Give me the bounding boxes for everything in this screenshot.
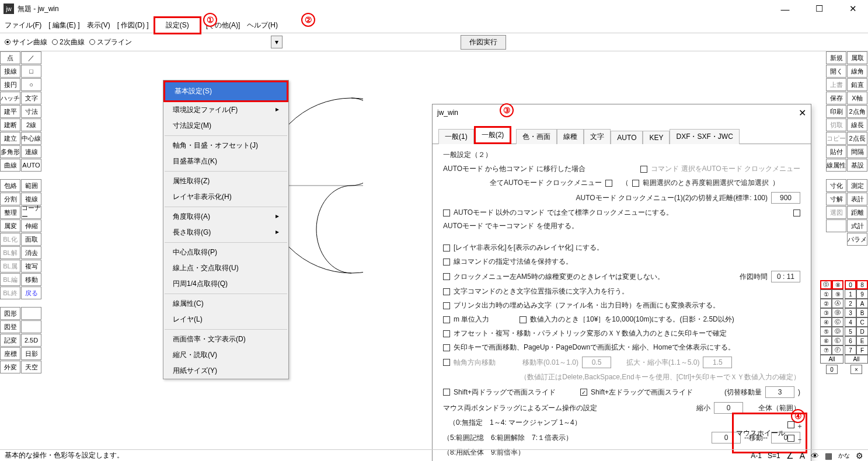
tool-ld-0[interactable] — [21, 307, 41, 320]
menu-draw[interactable]: [ 作図(D) ] — [115, 19, 151, 32]
gear-icon[interactable]: ⚙ — [856, 451, 863, 460]
menu-item-5[interactable]: 目盛基準点(K) — [163, 153, 288, 169]
tool-lc2-3[interactable]: 文字 — [21, 92, 41, 104]
tool-rc1-5[interactable]: 切取 — [826, 118, 846, 131]
tool-lc-1[interactable]: 図登 — [0, 320, 20, 333]
layer-gL2-0[interactable]: 0 — [845, 280, 856, 289]
input-shrink[interactable]: 0 — [714, 402, 743, 414]
tool-lc1-5[interactable]: 建断 — [0, 118, 20, 131]
layer-gL2-1[interactable]: 1 — [845, 289, 856, 299]
opt-quad[interactable]: 2次曲線 — [52, 37, 85, 47]
layer-gL-0[interactable]: ⓪ — [820, 280, 832, 289]
menu-item-13[interactable]: 中心点取得(P) — [163, 245, 288, 260]
tool-lc1-0[interactable]: 点 — [0, 51, 20, 64]
layer-gR-6[interactable]: Ⓔ — [832, 336, 843, 345]
tool-lc-3[interactable]: 座標 — [0, 347, 20, 360]
tool-la-7[interactable]: BL編 — [0, 273, 20, 286]
tool-rc2-2[interactable]: 鉛直 — [847, 78, 867, 91]
grid-icon[interactable]: ▦ — [825, 451, 832, 460]
tool-rc1-8[interactable]: 線属性 — [826, 159, 846, 172]
tool-lc-0[interactable]: 図形 — [0, 307, 20, 320]
layer-gL2-2[interactable]: 2 — [845, 299, 856, 308]
cb-layer-hide[interactable] — [443, 245, 450, 252]
layer-gR-7[interactable]: Ⓕ — [832, 345, 843, 355]
layer-gR2-3[interactable]: B — [856, 308, 868, 317]
tool-rb-0[interactable]: 測定 — [847, 179, 867, 192]
tab-general1[interactable]: 一般(1) — [438, 129, 474, 144]
tool-lc2-2[interactable]: ○ — [21, 78, 41, 91]
tab-line[interactable]: 線種 — [557, 129, 584, 144]
tool-lb-2[interactable]: コーナー — [21, 206, 41, 219]
tab-text[interactable]: 文字 — [584, 129, 611, 144]
tool-la-4[interactable]: BL化 — [0, 233, 20, 246]
tool-lb-3[interactable]: 伸縮 — [21, 219, 41, 232]
minimize-button[interactable]: — — [773, 4, 797, 14]
tab-auto[interactable]: AUTO — [611, 131, 643, 144]
layer-gL2-3[interactable]: 3 — [845, 308, 856, 317]
cb-all-auto[interactable] — [605, 180, 612, 187]
input-switch-move[interactable]: 3 — [765, 386, 794, 398]
menu-item-7[interactable]: 属性取得(Z) — [163, 173, 288, 189]
menu-item-15[interactable]: 円周1/4点取得(Q) — [163, 276, 288, 292]
tool-rc2-5[interactable]: 線長 — [847, 118, 867, 131]
tool-ra-3[interactable] — [826, 219, 846, 232]
all-right[interactable]: All — [845, 355, 868, 364]
layer-gL-4[interactable]: ④ — [820, 317, 832, 327]
menu-settings[interactable]: 設定(S) — [154, 16, 201, 34]
menu-item-18[interactable]: レイヤ(L) — [163, 312, 288, 327]
tool-lc2-5[interactable]: 2線 — [21, 118, 41, 131]
layer-gR-2[interactable]: Ⓐ — [832, 299, 843, 308]
tool-lc1-8[interactable]: 曲線 — [0, 159, 20, 172]
menu-item-8[interactable]: レイヤ非表示化(H) — [163, 189, 288, 205]
tool-la-0[interactable]: 包絡 — [0, 179, 20, 192]
tool-rc2-1[interactable]: 線角 — [847, 65, 867, 78]
tab-dxf[interactable]: DXF・SXF・JWC — [670, 129, 739, 144]
cb-offset-arrow[interactable] — [443, 330, 450, 337]
tool-lc2-4[interactable]: 寸法 — [21, 105, 41, 118]
layer-gR-1[interactable]: ⑨ — [832, 289, 843, 299]
tool-lb-4[interactable]: 面取 — [21, 233, 41, 246]
tool-rc1-1[interactable]: 開く — [826, 65, 846, 78]
tool-lb-6[interactable]: 複写 — [21, 260, 41, 273]
menu-edit[interactable]: [ 編集(E) ] — [46, 19, 82, 32]
tool-lc1-1[interactable]: 接線 — [0, 65, 20, 78]
tool-lc2-0[interactable]: ／ — [21, 51, 41, 64]
cb-range-reselect[interactable] — [632, 180, 639, 187]
tool-la-8[interactable]: BL終 — [0, 287, 20, 299]
menu-view[interactable]: 表示(V) — [85, 19, 113, 32]
layer-gR2-0[interactable]: 8 — [856, 280, 868, 289]
tool-ld-3[interactable]: 日影 — [21, 347, 41, 360]
tool-rc1-7[interactable]: 貼付 — [826, 145, 846, 158]
tab-general2[interactable]: 一般(2) — [474, 126, 512, 144]
layer-gL-6[interactable]: ⑥ — [820, 336, 832, 345]
tool-rb-4[interactable]: パラメ — [847, 233, 867, 246]
cb-printer-embed[interactable] — [443, 302, 450, 309]
cb-clock-am5[interactable] — [443, 273, 450, 280]
cb-arrow-pan[interactable] — [443, 344, 450, 351]
layer-gR2-2[interactable]: A — [856, 299, 868, 308]
tool-rc2-8[interactable]: 基設 — [847, 159, 867, 172]
cb-10yen[interactable] — [520, 316, 527, 323]
tool-lb-8[interactable]: 戻る — [21, 287, 41, 299]
menu-item-11[interactable]: 長さ取得(G)▸ — [163, 225, 288, 240]
tool-ld-1[interactable] — [21, 320, 41, 333]
tool-rc1-4[interactable]: 印刷 — [826, 105, 846, 118]
layer-gL2-7[interactable]: 7 — [845, 345, 856, 355]
tool-rc1-0[interactable]: 新規 — [826, 51, 846, 64]
tool-lc2-8[interactable]: AUTO — [21, 159, 41, 172]
text-icon[interactable]: A — [800, 451, 805, 460]
tool-rc2-3[interactable]: X軸 — [847, 92, 867, 104]
tool-lc1-6[interactable]: 建立 — [0, 132, 20, 145]
tool-lc-4[interactable]: 外変 — [0, 361, 20, 373]
cb-m-unit[interactable] — [443, 316, 450, 323]
tool-la-2[interactable]: 整理 — [0, 206, 20, 219]
layer-gL2-6[interactable]: 6 — [845, 336, 856, 345]
menu-item-10[interactable]: 角度取得(A)▸ — [163, 209, 288, 225]
cb-line-dim[interactable] — [443, 259, 450, 266]
layer-gL-5[interactable]: ⑤ — [820, 327, 832, 336]
tool-rc1-6[interactable]: コピー — [826, 132, 846, 145]
layer-gL-2[interactable]: ② — [820, 299, 832, 308]
layer-gL2-4[interactable]: 4 — [845, 317, 856, 327]
cb-nonauto-std[interactable] — [443, 209, 450, 216]
menu-item-2[interactable]: 寸法設定(M) — [163, 118, 288, 134]
